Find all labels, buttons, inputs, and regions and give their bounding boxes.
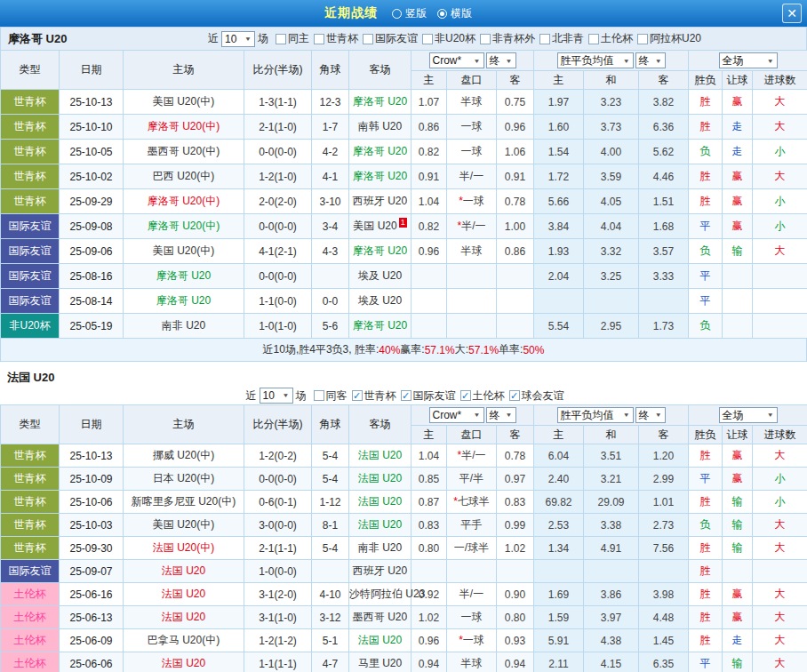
cell-handicap: *一球: [447, 189, 497, 214]
cell-avg-draw: 3.86: [584, 583, 639, 606]
filter-bar: 近10▼场同客✓世青杯✓国际友谊✓土伦杯✓球会友谊: [244, 388, 564, 404]
recent-count-select[interactable]: 10▼: [260, 388, 293, 404]
checkbox-label: 世青杯: [364, 388, 396, 404]
header-avg-away: 客: [639, 71, 689, 90]
header-handicap-result: 让球: [723, 71, 753, 90]
filter-checkbox-阿拉杯U20[interactable]: 阿拉杯U20: [637, 31, 701, 46]
filter-checkbox-世青杯[interactable]: ✓世青杯: [352, 388, 396, 404]
cell-result: 胜: [689, 189, 723, 214]
home-team-name: 法国 U20: [162, 564, 205, 577]
team-section-morocco: 摩洛哥 U20 近10▼场同主世青杯国际友谊非U20杯非青杯外北非青土伦杯阿拉杯…: [0, 27, 807, 362]
odds-company-select-value: Crow*: [433, 409, 462, 421]
header-scope-group: 全场▼: [689, 405, 807, 426]
cell-handicap-result: 走: [723, 115, 753, 140]
filter-checkbox-同客[interactable]: 同客: [314, 388, 348, 404]
summary-text: 大:: [455, 342, 468, 357]
radio-icon: [437, 9, 447, 19]
cell-score: 1-2(0-2): [244, 444, 312, 468]
handicap-star: *: [457, 449, 461, 461]
layout-radio-selected[interactable]: 横版: [437, 6, 472, 21]
cell-avg-home: 1.69: [534, 583, 584, 606]
home-team-name: 挪威 U20(中): [153, 449, 214, 461]
recent-label: 近: [208, 31, 219, 46]
cell-score: 1-1(1-1): [244, 652, 312, 672]
layout-radio-unselected[interactable]: 竖版: [392, 6, 427, 21]
cell-date: 25-10-02: [60, 164, 124, 189]
match-row: 世青杯25-10-05墨西哥 U20(中)0-0(0-0)4-2摩洛哥 U200…: [1, 140, 807, 164]
close-icon[interactable]: ✕: [782, 4, 802, 23]
header-odds-away: 客: [497, 71, 534, 90]
cell-handicap: 半/一: [447, 583, 497, 606]
cell-goals-result: 小: [753, 468, 807, 491]
filter-checkbox-国际友谊[interactable]: 国际友谊: [363, 31, 418, 46]
cell-avg-draw: 3.59: [584, 164, 639, 189]
cell-avg-away: 3.98: [639, 583, 689, 606]
odds-company-select[interactable]: Crow*▼: [429, 52, 484, 68]
filter-checkbox-球会友谊[interactable]: ✓球会友谊: [509, 388, 564, 404]
filter-checkbox-土伦杯[interactable]: ✓土伦杯: [460, 388, 505, 404]
avg-select[interactable]: 胜平负均值▼: [557, 52, 634, 68]
cell-goals-result: 小: [753, 491, 807, 514]
odds-company-select[interactable]: Crow*▼: [429, 407, 484, 423]
cell-handicap: [447, 289, 497, 314]
cell-corners: 5-4: [312, 468, 349, 491]
match-row: 国际友谊25-08-16摩洛哥 U200-0(0-0)埃及 U202.043.2…: [1, 264, 807, 289]
cell-result: 胜: [689, 629, 723, 652]
filter-checkbox-非青杯外[interactable]: 非青杯外: [480, 31, 535, 46]
scope-select[interactable]: 全场▼: [719, 407, 778, 423]
avg-select-value: 胜平负均值: [561, 53, 614, 68]
scope-select[interactable]: 全场▼: [719, 52, 778, 68]
avg-select-value: 胜平负均值: [561, 408, 614, 423]
summary-text: 单率:: [499, 342, 523, 357]
cell-odds-away: 0.94: [497, 652, 534, 672]
cell-home-team: 法国 U20: [124, 583, 244, 606]
final-select[interactable]: 终▼: [486, 407, 516, 423]
away-team-name: 埃及 U20: [358, 294, 402, 307]
cell-home-team: 新喀里多尼亚 U20(中): [124, 491, 244, 514]
cell-avg-away: 3.33: [639, 264, 689, 289]
cell-odds-home: 1.02: [411, 606, 447, 629]
checkbox-icon: [276, 34, 286, 44]
cell-corners: 4-2: [312, 140, 349, 164]
final-select[interactable]: 终▼: [635, 52, 666, 68]
cell-home-team: 美国 U20(中): [124, 90, 244, 115]
cell-result: 胜: [689, 164, 723, 189]
recent-count-select[interactable]: 10▼: [221, 31, 255, 47]
cell-goals-result: 小: [753, 214, 807, 239]
cell-home-team: 美国 U20(中): [124, 514, 244, 537]
away-team-name: 法国 U20: [358, 472, 402, 484]
topbar: 近期战绩 竖版横版 ✕: [0, 0, 807, 27]
cell-handicap: 平手: [447, 514, 497, 537]
cell-score: 2-0(2-0): [244, 189, 312, 214]
checkbox-icon: [480, 34, 491, 44]
cell-date: 25-06-06: [60, 652, 124, 672]
header-col-home: 主场: [124, 405, 244, 444]
filter-checkbox-国际友谊[interactable]: ✓国际友谊: [401, 388, 456, 404]
filter-checkbox-非U20杯[interactable]: 非U20杯: [422, 31, 475, 46]
final-select[interactable]: 终▼: [635, 407, 666, 423]
matches-table-france: 类型日期主场比分(半场)角球客场Crow*▼终▼胜平负均值▼终▼全场▼主盘口客主…: [0, 404, 807, 672]
filter-checkbox-同主[interactable]: 同主: [276, 31, 309, 46]
cell-handicap-result: 赢: [723, 583, 753, 606]
cell-away-team: 法国 U20: [349, 514, 411, 537]
checkbox-icon: [363, 34, 373, 44]
final-select[interactable]: 终▼: [486, 52, 516, 68]
chevron-down-icon: ▼: [767, 412, 774, 418]
header-col-date: 日期: [60, 405, 124, 444]
cell-result: 平: [689, 652, 723, 672]
cell-avg-home: 2.40: [534, 468, 584, 491]
cell-handicap-result: 赢: [723, 90, 753, 115]
header-odds-group: Crow*▼终▼: [411, 405, 534, 426]
cell-goals-result: [753, 289, 807, 314]
avg-select[interactable]: 胜平负均值▼: [557, 407, 634, 423]
filter-checkbox-北非青[interactable]: 北非青: [539, 31, 584, 46]
cell-goals-result: [753, 560, 807, 583]
cell-odds-home: 0.83: [411, 514, 447, 537]
match-row: 世青杯25-10-10摩洛哥 U20(中)2-1(1-0)1-7南韩 U200.…: [1, 115, 807, 140]
cell-away-team: 西班牙 U20: [349, 560, 411, 583]
filter-checkbox-世青杯[interactable]: 世青杯: [314, 31, 358, 46]
cell-result: 胜: [689, 444, 723, 468]
filter-checkbox-土伦杯[interactable]: 土伦杯: [588, 31, 633, 46]
cell-corners: 1-12: [312, 491, 349, 514]
recent-label: 近: [246, 388, 257, 404]
